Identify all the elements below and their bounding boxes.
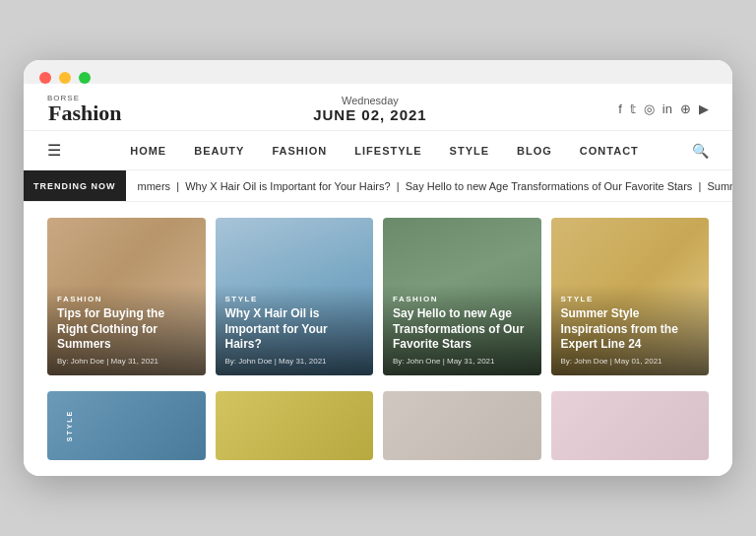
hamburger-icon[interactable]: ☰ [47,131,61,169]
nav-item-blog[interactable]: BLOG [503,135,566,167]
nav-item-contact[interactable]: CONTACT [566,135,653,167]
instagram-icon[interactable]: ◎ [644,101,655,116]
card-1-category: FASHION [57,295,196,303]
pinterest-icon[interactable]: ⊕ [680,101,691,116]
card-3-meta: By: John One | May 31, 2021 [393,357,532,366]
twitter-icon[interactable]: 𝕥 [630,101,636,116]
nav-item-style[interactable]: STYLE [436,135,503,167]
nav-link-home[interactable]: HOME [116,135,180,167]
dot-green[interactable] [79,72,91,84]
youtube-icon[interactable]: ▶ [699,101,709,116]
trending-badge: TRENDING NOW [24,170,126,201]
trending-ticker: mmers | Why X Hair Oil is Important for … [126,180,733,192]
card-4-meta: By: John Doe | May 01, 2021 [561,357,700,366]
dot-red[interactable] [39,72,51,84]
card-grid: FASHION Tips for Buying the Right Clothi… [47,218,709,375]
bottom-row: STYLE [47,391,709,460]
bottom-card-3[interactable] [383,391,541,460]
bottom-card-1-label: STYLE [66,410,73,442]
browser-window: Borse Fashion Wednesday JUNE 02, 2021 f … [24,60,732,476]
card-3-title: Say Hello to new Age Transformations of … [393,306,532,353]
browser-content: Borse Fashion Wednesday JUNE 02, 2021 f … [24,84,732,476]
card-4-category: STYLE [561,295,700,303]
nav-item-fashion[interactable]: FASHION [258,135,341,167]
bottom-card-1[interactable]: STYLE [47,391,206,460]
card-2-category: STYLE [225,295,364,303]
dot-yellow[interactable] [59,72,71,84]
nav-link-fashion[interactable]: FASHION [258,135,341,167]
nav-item-lifestyle[interactable]: LIFESTYLE [341,135,435,167]
card-3-category: FASHION [393,295,532,303]
nav-menu: HOME BEAUTY FASHION LIFESTYLE STYLE BLOG… [77,135,692,167]
logo-area: Borse Fashion [47,94,122,124]
nav-link-blog[interactable]: BLOG [503,135,566,167]
site-header: Borse Fashion Wednesday JUNE 02, 2021 f … [24,84,732,131]
facebook-icon[interactable]: f [618,101,622,116]
site-nav: ☰ HOME BEAUTY FASHION LIFESTYLE STYLE BL… [24,131,732,170]
card-2[interactable]: STYLE Why X Hair Oil is Important for Yo… [216,218,374,375]
nav-item-home[interactable]: HOME [116,135,180,167]
nav-link-beauty[interactable]: BEAUTY [180,135,258,167]
card-1-overlay: FASHION Tips for Buying the Right Clothi… [47,285,206,375]
date-full: JUNE 02, 2021 [313,106,427,123]
card-2-overlay: STYLE Why X Hair Oil is Important for Yo… [216,285,374,375]
nav-link-style[interactable]: STYLE [436,135,503,167]
card-1-meta: By: John Doe | May 31, 2021 [57,357,196,366]
card-4-title: Summer Style Inspirations from the Exper… [561,306,700,353]
main-content: FASHION Tips for Buying the Right Clothi… [24,202,732,476]
card-1-title: Tips for Buying the Right Clothing for S… [57,306,196,353]
header-date: Wednesday JUNE 02, 2021 [313,95,427,123]
bottom-card-2[interactable] [216,391,374,460]
card-4[interactable]: STYLE Summer Style Inspirations from the… [551,218,710,375]
card-2-meta: By: John Doe | May 31, 2021 [225,357,364,366]
social-icons: f 𝕥 ◎ in ⊕ ▶ [618,101,709,116]
card-4-overlay: STYLE Summer Style Inspirations from the… [551,285,710,375]
search-icon[interactable]: 🔍 [692,143,709,159]
logo-main: Fashion [47,102,122,124]
card-1[interactable]: FASHION Tips for Buying the Right Clothi… [47,218,206,375]
bottom-card-4[interactable] [551,391,710,460]
trending-bar: TRENDING NOW mmers | Why X Hair Oil is I… [24,170,732,202]
card-3[interactable]: FASHION Say Hello to new Age Transformat… [383,218,541,375]
nav-link-lifestyle[interactable]: LIFESTYLE [341,135,435,167]
nav-link-contact[interactable]: CONTACT [566,135,653,167]
card-3-overlay: FASHION Say Hello to new Age Transformat… [383,285,541,375]
ticker-text: mmers | Why X Hair Oil is Important for … [138,180,733,192]
date-day: Wednesday [313,95,427,106]
linkedin-icon[interactable]: in [662,101,672,116]
browser-chrome [24,60,732,84]
nav-item-beauty[interactable]: BEAUTY [180,135,258,167]
card-2-title: Why X Hair Oil is Important for Your Hai… [225,306,364,353]
